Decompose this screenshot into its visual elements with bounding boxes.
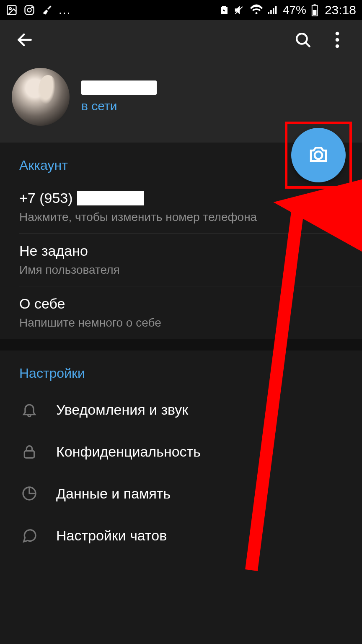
bio-row[interactable]: О себе Напишите немного о себе	[0, 286, 362, 339]
back-button[interactable]	[12, 27, 38, 53]
chat-bubble-icon	[19, 525, 39, 545]
username-sub: Имя пользователя	[19, 263, 343, 277]
username-value: Не задано	[19, 243, 343, 259]
settings-section-title: Настройки	[0, 351, 362, 389]
search-button[interactable]	[290, 27, 316, 53]
phone-sub: Нажмите, чтобы изменить номер телефона	[19, 210, 343, 224]
settings-privacy[interactable]: Конфиденциальность	[0, 431, 362, 473]
instagram-icon	[23, 4, 35, 16]
svg-point-3	[27, 8, 31, 12]
annotation-highlight-box	[285, 122, 352, 189]
bell-icon	[19, 400, 39, 420]
username-row[interactable]: Не задано Имя пользователя	[0, 234, 362, 286]
svg-rect-14	[24, 451, 34, 458]
phone-redacted	[77, 191, 144, 205]
camera-fab[interactable]	[291, 128, 346, 182]
settings-item-label: Данные и память	[56, 486, 171, 502]
bio-value: О себе	[19, 296, 343, 312]
svg-rect-7	[313, 10, 317, 15]
more-notifications-icon: ...	[59, 3, 71, 17]
phone-prefix: +7 (953)	[19, 190, 73, 206]
battery-icon	[310, 4, 319, 16]
bio-sub: Напишите немного о себе	[19, 316, 343, 330]
settings-notifications[interactable]: Уведомления и звук	[0, 389, 362, 431]
section-gap	[0, 339, 362, 351]
camera-icon	[307, 143, 330, 167]
svg-point-13	[336, 44, 339, 48]
svg-point-16	[315, 151, 322, 159]
svg-rect-6	[313, 4, 315, 5]
settings-item-label: Конфиденциальность	[56, 444, 201, 460]
svg-point-12	[336, 38, 339, 42]
battery-save-icon	[219, 4, 229, 16]
mute-icon	[233, 4, 246, 16]
app-header	[0, 20, 362, 60]
avatar[interactable]	[12, 68, 70, 126]
settings-data[interactable]: Данные и память	[0, 473, 362, 514]
settings-item-label: Настройки чатов	[56, 527, 167, 544]
settings-section: Настройки Уведомления и звук Конфиденциа…	[0, 351, 362, 556]
lock-icon	[19, 441, 39, 462]
broom-icon	[41, 4, 53, 16]
clock: 23:18	[325, 3, 356, 17]
wifi-icon	[250, 4, 263, 16]
svg-line-10	[305, 42, 310, 47]
svg-point-1	[9, 8, 11, 10]
more-menu-button[interactable]	[324, 27, 350, 53]
screen: ... 47% 23:18	[0, 0, 362, 644]
svg-point-11	[336, 32, 339, 36]
status-bar: ... 47% 23:18	[0, 0, 362, 20]
svg-point-4	[31, 7, 32, 8]
battery-percent: 47%	[283, 3, 306, 17]
settings-chat[interactable]: Настройки чатов	[0, 514, 362, 556]
signal-icon	[267, 4, 279, 16]
settings-item-label: Уведомления и звук	[56, 402, 188, 418]
profile-name-redacted	[81, 80, 157, 95]
gallery-icon	[6, 4, 18, 16]
online-status: в сети	[81, 99, 157, 113]
pie-chart-icon	[19, 483, 39, 504]
